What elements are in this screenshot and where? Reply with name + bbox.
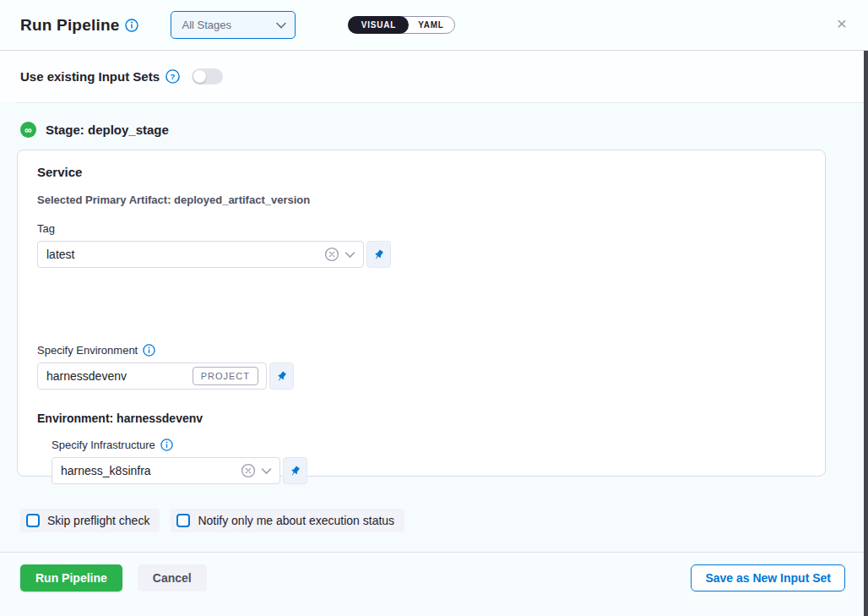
environment-input[interactable] bbox=[46, 369, 187, 383]
save-as-new-input-set-button[interactable]: Save as New Input Set bbox=[691, 564, 845, 591]
dialog-header: Run Pipeline All Stages VISUAL YAML × bbox=[0, 0, 868, 51]
skip-preflight-option[interactable]: Skip preflight check bbox=[20, 509, 160, 532]
infrastructure-field-label: Specify Infrastructure bbox=[52, 439, 805, 451]
page-background-edge bbox=[864, 0, 868, 616]
tab-yaml[interactable]: YAML bbox=[406, 16, 455, 34]
chevron-down-icon[interactable] bbox=[344, 251, 355, 259]
toggle-knob bbox=[193, 70, 206, 83]
pin-icon bbox=[273, 367, 290, 384]
deploy-stage-icon: ∞ bbox=[20, 122, 36, 138]
cancel-button[interactable]: Cancel bbox=[138, 564, 207, 591]
execution-options-row: Skip preflight check Notify only me abou… bbox=[20, 509, 868, 532]
environment-pin-button[interactable] bbox=[269, 363, 294, 390]
notify-only-me-option[interactable]: Notify only me about execution status bbox=[171, 509, 404, 532]
page-title: Run Pipeline bbox=[20, 16, 119, 35]
chevron-down-icon bbox=[276, 22, 286, 29]
infrastructure-input[interactable] bbox=[61, 464, 236, 477]
question-circle-icon[interactable]: ? bbox=[165, 69, 180, 84]
info-icon[interactable] bbox=[125, 19, 138, 32]
environment-label-text: Specify Environment bbox=[37, 344, 138, 357]
notify-only-me-checkbox[interactable] bbox=[176, 514, 190, 527]
tag-input-row bbox=[37, 241, 805, 268]
service-card-title: Service bbox=[37, 165, 805, 179]
skip-preflight-label: Skip preflight check bbox=[47, 514, 149, 527]
run-pipeline-dialog: Run Pipeline All Stages VISUAL YAML × Us… bbox=[0, 0, 868, 616]
skip-preflight-checkbox[interactable] bbox=[26, 514, 40, 527]
environment-heading: Environment: harnessdevenv bbox=[37, 412, 805, 425]
hidden-section-gap bbox=[37, 268, 805, 328]
stage-label: Stage: deploy_stage bbox=[46, 123, 169, 137]
input-sets-label: Use existing Input Sets bbox=[20, 69, 160, 84]
environment-field-label: Specify Environment bbox=[37, 344, 805, 357]
input-sets-toggle[interactable] bbox=[192, 68, 223, 84]
close-icon[interactable]: × bbox=[831, 12, 853, 34]
infrastructure-section: Specify Infrastructure bbox=[52, 439, 805, 484]
chevron-down-icon[interactable] bbox=[261, 467, 272, 475]
infrastructure-input-box bbox=[52, 457, 280, 484]
dialog-body: ∞ Stage: deploy_stage Service Selected P… bbox=[0, 103, 868, 603]
tab-visual[interactable]: VISUAL bbox=[348, 16, 409, 34]
svg-text:?: ? bbox=[171, 72, 176, 81]
tag-input[interactable] bbox=[46, 248, 319, 261]
stage-row: ∞ Stage: deploy_stage bbox=[0, 103, 868, 150]
notify-only-me-label: Notify only me about execution status bbox=[198, 514, 394, 527]
tag-pin-button[interactable] bbox=[366, 241, 391, 268]
circle-x-icon[interactable] bbox=[324, 247, 339, 262]
info-icon[interactable] bbox=[143, 344, 155, 357]
selected-artifact-line: Selected Primary Artifact: deployed_arti… bbox=[37, 194, 805, 206]
environment-input-row: PROJECT bbox=[37, 363, 805, 390]
tag-input-box bbox=[37, 241, 364, 268]
service-card: Service Selected Primary Artifact: deplo… bbox=[17, 150, 826, 477]
project-scope-badge: PROJECT bbox=[193, 367, 258, 385]
stage-scope-select[interactable]: All Stages bbox=[171, 11, 296, 39]
infrastructure-label-text: Specify Infrastructure bbox=[52, 439, 155, 451]
tag-field-label: Tag bbox=[37, 222, 805, 235]
environment-input-box: PROJECT bbox=[37, 363, 267, 390]
run-pipeline-button[interactable]: Run Pipeline bbox=[20, 564, 122, 591]
pin-icon bbox=[370, 245, 388, 263]
dialog-footer: Run Pipeline Cancel Save as New Input Se… bbox=[0, 553, 868, 603]
stage-scope-value: All Stages bbox=[182, 19, 276, 31]
circle-x-icon[interactable] bbox=[241, 463, 256, 478]
infrastructure-input-row bbox=[52, 457, 805, 484]
input-sets-row: Use existing Input Sets ? bbox=[0, 51, 868, 102]
tag-label-text: Tag bbox=[37, 222, 55, 235]
visual-yaml-toggle: VISUAL YAML bbox=[348, 16, 455, 34]
info-icon[interactable] bbox=[160, 439, 173, 451]
pin-icon bbox=[286, 461, 304, 479]
infrastructure-pin-button[interactable] bbox=[283, 457, 307, 484]
